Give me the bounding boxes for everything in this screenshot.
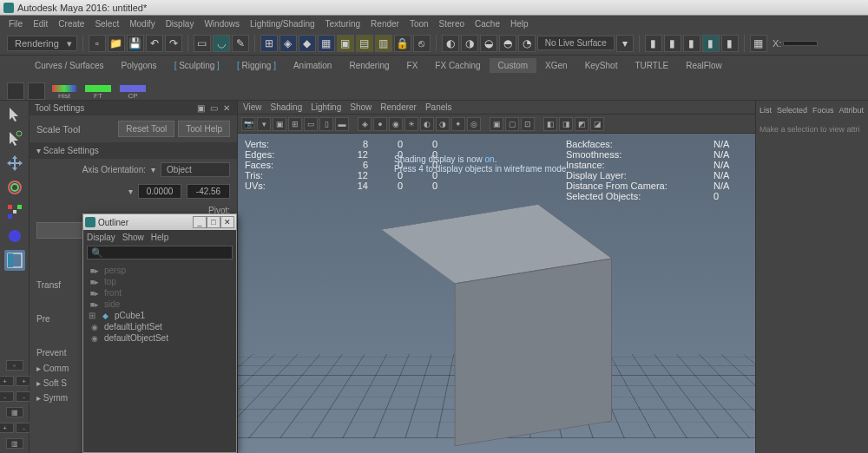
prevent-section[interactable]: Prevent bbox=[36, 348, 66, 358]
outliner-menu-show[interactable]: Show bbox=[122, 233, 144, 242]
layout-single-icon[interactable]: ▫ bbox=[6, 360, 23, 371]
panel-dock-icon[interactable]: ▣ bbox=[195, 103, 207, 113]
menu-render[interactable]: Render bbox=[365, 19, 404, 29]
snap-curve-icon[interactable]: ◈ bbox=[279, 35, 297, 52]
outliner-item-front[interactable]: ■▸front bbox=[83, 287, 236, 299]
new-scene-icon[interactable]: ▫ bbox=[89, 35, 106, 52]
cube-object[interactable] bbox=[410, 239, 583, 412]
reset-tool-button[interactable]: Reset Tool bbox=[118, 121, 174, 137]
vp-isolate-icon[interactable]: ▣ bbox=[490, 117, 503, 131]
vp-film-gate-icon[interactable]: ▭ bbox=[304, 117, 318, 131]
magnet-icon[interactable]: ⎋ bbox=[413, 35, 431, 52]
viewport-canvas[interactable]: Verts:800Edges:1200Faces:600Tris:1200UVs… bbox=[238, 134, 755, 453]
vp-wireframe-icon[interactable]: ◈ bbox=[358, 117, 372, 131]
cb-tab-focus[interactable]: Focus bbox=[812, 106, 834, 115]
shelf-tab-curvessurfaces[interactable]: Curves / Surfaces bbox=[26, 58, 112, 73]
outliner-item-defaultlightset[interactable]: ◉defaultLightSet bbox=[83, 321, 236, 332]
lock-icon[interactable]: 🔒 bbox=[394, 35, 411, 52]
vp-grid-icon[interactable]: ⊞ bbox=[288, 117, 302, 131]
layout-h-icon[interactable]: ▥ bbox=[6, 438, 23, 449]
shelf-tab-fx[interactable]: FX bbox=[398, 58, 427, 73]
menu-edit[interactable]: Edit bbox=[28, 19, 53, 29]
layout-e-icon[interactable]: ▦ bbox=[6, 407, 23, 417]
menu-file[interactable]: File bbox=[3, 19, 28, 29]
outliner-item-pcube1[interactable]: ⊞◆pCube1 bbox=[83, 310, 236, 321]
expand-icon[interactable]: ⊞ bbox=[89, 311, 95, 320]
ipr-render-icon[interactable]: ▮ bbox=[664, 35, 681, 52]
shelf-tab-rendering[interactable]: Rendering bbox=[340, 58, 398, 73]
select-tool[interactable] bbox=[4, 104, 25, 125]
vp-res-gate-icon[interactable]: ▯ bbox=[319, 117, 333, 131]
vp-menu-shading[interactable]: Shading bbox=[271, 102, 303, 112]
shelf-tab-turtle[interactable]: TURTLE bbox=[626, 58, 677, 73]
outliner-item-persp[interactable]: ■▸persp bbox=[83, 265, 236, 276]
menu-texturing[interactable]: Texturing bbox=[320, 19, 366, 29]
pre-section[interactable]: Pre bbox=[36, 314, 50, 324]
menu-stereo[interactable]: Stereo bbox=[434, 19, 470, 29]
tool-help-button[interactable]: Tool Help bbox=[178, 121, 230, 137]
render-view-icon[interactable]: ◔ bbox=[518, 35, 536, 52]
outliner-item-top[interactable]: ■▸top bbox=[83, 276, 236, 287]
transform-section[interactable]: Transf bbox=[36, 280, 61, 290]
vp-gamma-icon[interactable]: ◨ bbox=[559, 117, 573, 131]
outliner-maximize-button[interactable]: □ bbox=[207, 216, 220, 228]
vp-image-plane-icon[interactable]: ▣ bbox=[273, 117, 286, 131]
vp-gate-mask-icon[interactable]: ▬ bbox=[335, 117, 349, 131]
outliner-titlebar[interactable]: Outliner _ □ ✕ bbox=[83, 214, 236, 230]
vp-camera-icon[interactable]: 📷 bbox=[241, 117, 255, 131]
menu-display[interactable]: Display bbox=[161, 19, 200, 29]
shelf-tab-sculpting[interactable]: Sculpting bbox=[166, 58, 228, 73]
x-coord-input[interactable] bbox=[783, 41, 818, 46]
select-mode-icon[interactable]: ▭ bbox=[194, 35, 211, 52]
outliner-menu-help[interactable]: Help bbox=[151, 233, 169, 242]
rotate-tool[interactable] bbox=[4, 177, 25, 198]
shelf-tab-fxcaching[interactable]: FX Caching bbox=[426, 58, 489, 73]
outliner-menu-display[interactable]: Display bbox=[87, 233, 115, 242]
panel-close-icon[interactable]: ✕ bbox=[221, 103, 232, 113]
vp-smooth-icon[interactable]: ● bbox=[373, 117, 387, 131]
shelf-tab-polygons[interactable]: Polygons bbox=[112, 58, 165, 73]
menu-select[interactable]: Select bbox=[89, 19, 124, 29]
scale-settings-section[interactable]: Scale Settings bbox=[30, 142, 237, 159]
outliner-item-side[interactable]: ■▸side bbox=[83, 299, 236, 310]
menu-windows[interactable]: Windows bbox=[199, 19, 245, 29]
menu-modify[interactable]: Modify bbox=[124, 19, 160, 29]
snap-grid-icon[interactable]: ⊞ bbox=[260, 35, 278, 52]
input-connections-icon[interactable]: ◑ bbox=[461, 35, 478, 52]
vp-menu-show[interactable]: Show bbox=[350, 102, 372, 112]
status-toggle-icon[interactable] bbox=[7, 82, 24, 100]
redo-icon[interactable]: ↷ bbox=[165, 35, 182, 52]
hypershade-icon[interactable]: ▮ bbox=[721, 35, 739, 52]
snap-point-icon[interactable]: ◆ bbox=[299, 35, 316, 52]
menu-cache[interactable]: Cache bbox=[470, 19, 505, 29]
vp-shadows-icon[interactable]: ◐ bbox=[420, 117, 434, 131]
layout-a-icon[interactable]: + bbox=[0, 376, 14, 386]
vp-motion-blur-icon[interactable]: ✦ bbox=[451, 117, 465, 131]
construction-history-icon[interactable]: ◐ bbox=[442, 35, 459, 52]
vp-view-transform-icon[interactable]: ◩ bbox=[575, 117, 589, 131]
menu-toon[interactable]: Toon bbox=[404, 19, 434, 29]
outliner-item-defaultobjectset[interactable]: ◉defaultObjectSet bbox=[83, 332, 236, 344]
outliner-close-button[interactable]: ✕ bbox=[220, 216, 234, 228]
outliner-minimize-button[interactable]: _ bbox=[193, 216, 207, 228]
vp-menu-lighting[interactable]: Lighting bbox=[311, 102, 341, 112]
panel-min-icon[interactable]: ▭ bbox=[208, 103, 220, 113]
scale-tool[interactable] bbox=[4, 201, 25, 222]
vp-xray-joints-icon[interactable]: ⊡ bbox=[521, 117, 535, 131]
vp-ao-icon[interactable]: ◑ bbox=[436, 117, 450, 131]
vp-renderer-icon[interactable]: ◪ bbox=[590, 117, 604, 131]
render-settings-icon[interactable]: ▮ bbox=[683, 35, 700, 52]
toggle-construction-icon[interactable]: ◓ bbox=[499, 35, 516, 52]
vp-textured-icon[interactable]: ◉ bbox=[389, 117, 403, 131]
vp-xray-icon[interactable]: ▢ bbox=[505, 117, 519, 131]
vp-dof-icon[interactable]: ◎ bbox=[467, 117, 481, 131]
menu-create[interactable]: Create bbox=[53, 19, 89, 29]
workspace-dropdown[interactable]: Rendering bbox=[7, 36, 77, 51]
cb-tab-list[interactable]: List bbox=[760, 106, 772, 115]
menu-lightingshading[interactable]: Lighting/Shading bbox=[245, 19, 320, 29]
snap-plane-icon[interactable]: ▦ bbox=[318, 35, 335, 52]
layout-c-icon[interactable]: - bbox=[0, 391, 14, 402]
lasso-icon[interactable]: ◡ bbox=[213, 35, 230, 52]
lasso-tool[interactable] bbox=[4, 128, 25, 149]
save-scene-icon[interactable]: 💾 bbox=[127, 35, 144, 52]
